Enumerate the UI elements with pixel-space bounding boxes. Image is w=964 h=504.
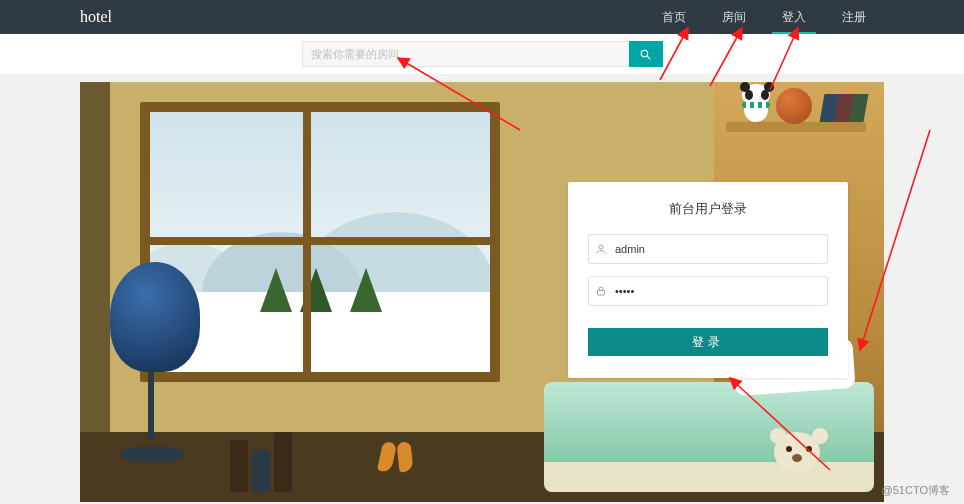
user-icon bbox=[595, 243, 607, 255]
lamp-illustration bbox=[100, 262, 200, 462]
panda-toy-illustration bbox=[740, 84, 774, 124]
password-input[interactable] bbox=[613, 284, 821, 298]
watermark: @51CTO博客 bbox=[882, 483, 950, 498]
basketball-illustration bbox=[776, 88, 812, 124]
books-illustration bbox=[820, 94, 869, 122]
svg-rect-3 bbox=[598, 291, 605, 296]
nav-item-register[interactable]: 注册 bbox=[824, 0, 884, 34]
login-title: 前台用户登录 bbox=[588, 200, 828, 218]
lock-icon bbox=[595, 285, 607, 297]
brand-logo[interactable]: hotel bbox=[80, 8, 112, 26]
page-root: hotel 首页 房间 登入 注册 bbox=[0, 0, 964, 504]
hero-illustration: 前台用户登录 登录 bbox=[80, 82, 884, 502]
login-submit-button[interactable]: 登录 bbox=[588, 328, 828, 356]
nav-item-home[interactable]: 首页 bbox=[644, 0, 704, 34]
search-wrap bbox=[302, 41, 663, 67]
search-bar bbox=[0, 34, 964, 74]
svg-line-1 bbox=[647, 56, 650, 59]
username-field-wrap[interactable] bbox=[588, 234, 828, 264]
socks-illustration bbox=[380, 442, 420, 482]
nav-item-rooms[interactable]: 房间 bbox=[704, 0, 764, 34]
password-field-wrap[interactable] bbox=[588, 276, 828, 306]
teddy-illustration bbox=[764, 432, 834, 502]
search-icon bbox=[639, 48, 652, 61]
search-button[interactable] bbox=[629, 41, 663, 67]
top-nav: hotel 首页 房间 登入 注册 bbox=[0, 0, 964, 34]
username-input[interactable] bbox=[613, 242, 821, 256]
svg-point-0 bbox=[641, 50, 648, 57]
login-panel: 前台用户登录 登录 bbox=[568, 182, 848, 378]
svg-point-2 bbox=[599, 245, 603, 249]
nav-item-login[interactable]: 登入 bbox=[764, 0, 824, 34]
search-input[interactable] bbox=[302, 41, 629, 67]
